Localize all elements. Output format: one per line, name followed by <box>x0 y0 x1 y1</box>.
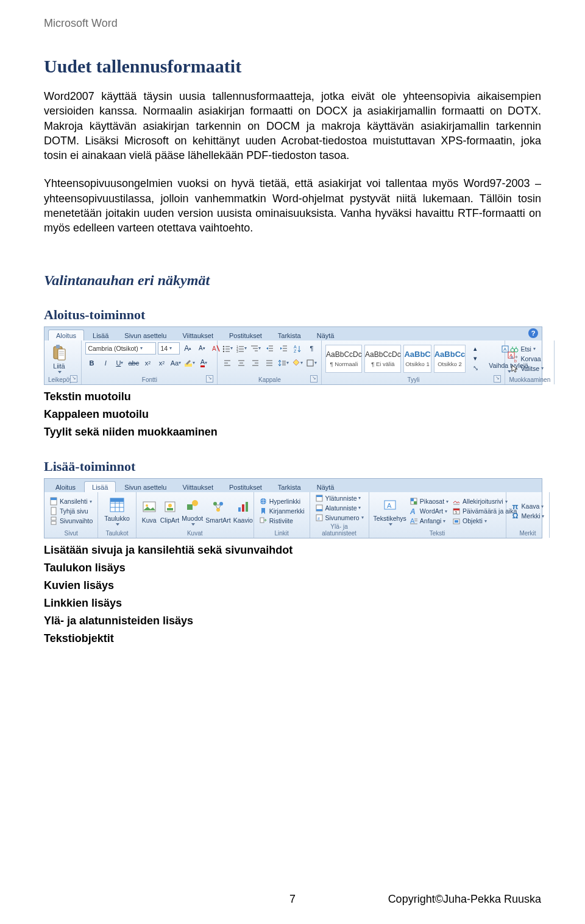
svg-rect-107 <box>455 520 458 523</box>
chevron-down-icon <box>389 523 392 526</box>
page-footer: 7 Copyright©Juha-Pekka Ruuska <box>44 893 541 906</box>
tab-viittaukset[interactable]: Viittaukset <box>175 482 221 492</box>
line-spacing-icon[interactable]: ▾ <box>277 357 289 369</box>
svg-point-53 <box>514 348 518 352</box>
smartart-icon <box>210 498 227 515</box>
borders-icon[interactable]: ▾ <box>305 357 317 369</box>
footer-button[interactable]: Alatunniste▾ <box>314 504 365 512</box>
tab-lisaa[interactable]: Lisää <box>84 481 116 492</box>
bold-icon[interactable]: B <box>85 357 98 369</box>
clipart-button[interactable]: ClipArt <box>160 497 180 525</box>
font-color-icon[interactable]: A▾ <box>197 357 210 369</box>
svg-rect-60 <box>51 507 56 515</box>
cover-page-button[interactable]: Kansilehti▾ <box>48 497 94 506</box>
sort-icon[interactable]: AZ <box>291 342 303 354</box>
align-center-icon[interactable] <box>235 357 247 369</box>
chart-button[interactable]: Kaavio <box>233 497 254 525</box>
tab-postitukset[interactable]: Postitukset <box>222 330 269 340</box>
tab-sivun-asettelu[interactable]: Sivun asettelu <box>117 482 174 492</box>
tab-aloitus[interactable]: Aloitus <box>48 482 83 492</box>
bookmark-icon <box>259 507 268 515</box>
indent-decrease-icon[interactable] <box>263 342 275 354</box>
page-break-button[interactable]: Sivunvaihto <box>48 517 94 525</box>
header-button[interactable]: Ylätunniste▾ <box>314 494 365 503</box>
find-button[interactable]: Etsi▾ <box>509 345 545 353</box>
picture-button[interactable]: Kuva <box>140 497 158 525</box>
table-button[interactable]: Taulukko <box>102 495 132 527</box>
styles-scroll-down[interactable]: ▾ <box>469 354 481 363</box>
smartart-button[interactable]: SmartArt <box>205 497 231 525</box>
section-lisaa-heading: Lisää-toiminnot <box>44 459 541 474</box>
bookmark-button[interactable]: Kirjanmerkki <box>258 507 306 515</box>
crossref-button[interactable]: Ristiviite <box>258 517 306 525</box>
style-normaali[interactable]: AaBbCcDc¶ Normaali <box>325 345 362 373</box>
justify-icon[interactable] <box>263 357 275 369</box>
multilevel-icon[interactable]: ▾ <box>249 342 261 354</box>
footer-icon <box>315 504 324 512</box>
svg-point-75 <box>192 500 198 506</box>
highlight-icon[interactable]: ▾ <box>183 357 196 369</box>
shrink-font-icon[interactable]: A▾ <box>196 342 208 354</box>
grow-font-icon[interactable]: A▴ <box>182 342 194 354</box>
pagenumber-button[interactable]: #Sivunumero▾ <box>314 513 365 522</box>
strike-icon[interactable]: abc <box>127 357 140 369</box>
shapes-icon <box>184 496 201 513</box>
tab-nayta[interactable]: Näytä <box>310 330 342 340</box>
italic-icon[interactable]: I <box>99 357 112 369</box>
bullets-aloitus: Tekstin muotoilu Kappaleen muotoilu Tyyl… <box>44 389 541 440</box>
shapes-button[interactable]: Muodot <box>181 495 204 527</box>
svg-rect-61 <box>51 517 56 520</box>
replace-button[interactable]: abKorvaa <box>509 354 545 363</box>
underline-icon[interactable]: U▾ <box>113 357 126 369</box>
svg-point-70 <box>146 504 148 507</box>
hyperlink-button[interactable]: Hyperlinkki <box>258 497 306 506</box>
font-size-select[interactable]: 14▾ <box>158 342 180 354</box>
textbox-button[interactable]: ATekstikehys <box>373 495 407 527</box>
textbox-icon: A <box>381 496 399 513</box>
tab-aloitus[interactable]: Aloitus <box>48 330 84 340</box>
superscript-icon[interactable]: x2 <box>155 357 168 369</box>
wordart-button[interactable]: AWordArt▾ <box>408 507 450 515</box>
style-eivali[interactable]: AaBbCcDc¶ Ei väliä <box>364 345 401 373</box>
indent-increase-icon[interactable] <box>277 342 289 354</box>
tab-postitukset[interactable]: Postitukset <box>222 482 269 492</box>
crossref-icon <box>259 517 268 525</box>
tab-tarkista[interactable]: Tarkista <box>271 330 308 340</box>
dialog-launcher[interactable]: ↘ <box>310 375 317 383</box>
dialog-launcher[interactable]: ↘ <box>70 375 77 383</box>
show-marks-icon[interactable]: ¶ <box>305 342 317 354</box>
equation-button[interactable]: πKaava▾ <box>510 502 546 510</box>
dialog-launcher[interactable]: ↘ <box>206 375 213 383</box>
change-case-icon[interactable]: Aa▾ <box>169 357 182 369</box>
calendar-icon: 5 <box>452 507 461 515</box>
tab-sivun-asettelu[interactable]: Sivun asettelu <box>117 330 174 340</box>
subscript-icon[interactable]: x2 <box>141 357 154 369</box>
help-icon[interactable]: ? <box>528 328 538 338</box>
svg-text:Z: Z <box>294 349 297 353</box>
tab-tarkista[interactable]: Tarkista <box>271 482 308 492</box>
bullets-icon[interactable]: ▾ <box>221 342 233 354</box>
shading-icon[interactable]: ▾ <box>291 357 303 369</box>
dialog-launcher[interactable]: ↘ <box>494 375 501 383</box>
select-button[interactable]: Valitse▾ <box>509 364 545 373</box>
styles-scroll-up[interactable]: ▴ <box>469 345 481 353</box>
align-left-icon[interactable] <box>221 357 233 369</box>
chart-icon <box>235 498 252 515</box>
blank-page-button[interactable]: Tyhjä sivu <box>48 507 94 515</box>
style-otsikko1[interactable]: AaBbCOtsikko 1 <box>403 345 431 373</box>
align-right-icon[interactable] <box>249 357 261 369</box>
tab-viittaukset[interactable]: Viittaukset <box>175 330 221 340</box>
styles-expand[interactable]: ⤡ <box>469 364 481 373</box>
copyright: Copyright©Juha-Pekka Ruuska <box>296 893 541 906</box>
globe-icon <box>259 497 268 506</box>
dropcap-button[interactable]: AAnfangi▾ <box>408 517 450 525</box>
style-otsikko2[interactable]: AaBbCcOtsikko 2 <box>434 345 466 373</box>
numbering-icon[interactable]: 123▾ <box>235 342 247 354</box>
tab-lisaa[interactable]: Lisää <box>85 330 116 340</box>
quickparts-button[interactable]: Pikaosat▾ <box>408 497 450 506</box>
font-family-select[interactable]: Cambria (Otsikot)▾ <box>85 342 156 354</box>
paste-button[interactable]: Liitä <box>48 343 70 375</box>
symbol-button[interactable]: ΩMerkki▾ <box>510 512 546 520</box>
tab-nayta[interactable]: Näytä <box>310 482 342 492</box>
clipart-icon <box>161 498 179 515</box>
